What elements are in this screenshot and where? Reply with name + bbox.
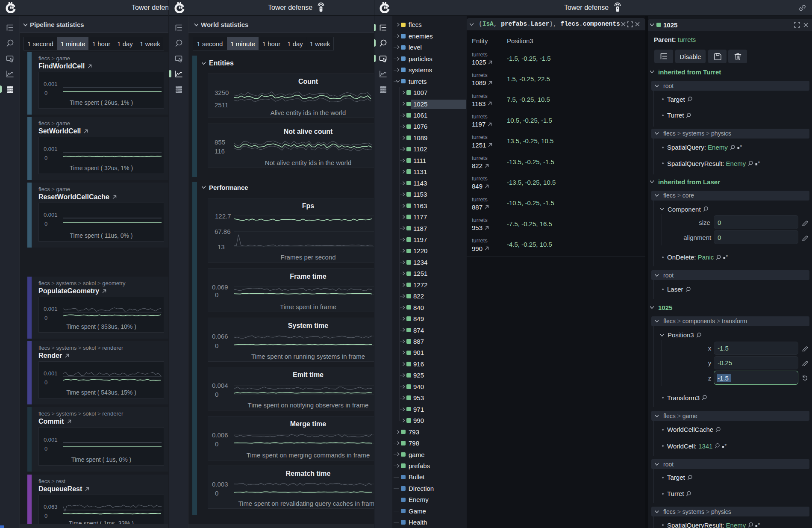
svg-text:*: * [726, 254, 728, 260]
svg-text:*: * [758, 522, 760, 528]
svg-text:*: * [758, 161, 760, 166]
svg-text:*: * [725, 443, 727, 449]
svg-text:*: * [740, 145, 742, 150]
